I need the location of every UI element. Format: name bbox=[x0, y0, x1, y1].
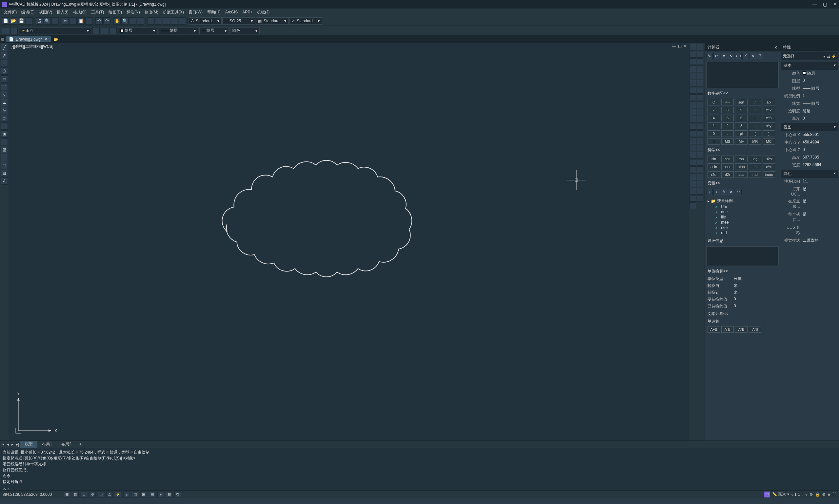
calc-key-5[interactable]: 5 bbox=[721, 114, 734, 121]
tab-model[interactable]: 模型 bbox=[20, 441, 37, 448]
dim-angular-tool[interactable] bbox=[689, 116, 696, 123]
prop-lweight[interactable]: —— 随层 bbox=[803, 101, 836, 106]
calc-key-0[interactable]: 0 bbox=[707, 130, 720, 137]
calc-key-[interactable]: / bbox=[749, 99, 761, 105]
calculator-display[interactable] bbox=[706, 62, 779, 88]
calc-key-[interactable]: ( bbox=[749, 130, 761, 137]
calc-textop[interactable]: A*B bbox=[735, 326, 748, 333]
ucs-prev-tool[interactable] bbox=[689, 202, 696, 209]
otrack-toggle[interactable]: ∠ bbox=[106, 491, 113, 498]
doc-tab[interactable]: 📄 Drawing1.dwg* ✕ bbox=[5, 36, 51, 42]
publish-button[interactable] bbox=[51, 17, 59, 24]
cyc-toggle[interactable]: ⧉ bbox=[174, 491, 181, 498]
status-annoscale[interactable]: ⟐ 1:1 ▾ bbox=[791, 492, 803, 497]
block-tool[interactable]: ▣ bbox=[1, 130, 8, 138]
calc-key-atan[interactable]: atan bbox=[735, 163, 748, 170]
prop-thick[interactable]: 0 bbox=[803, 116, 836, 122]
trim-tool[interactable] bbox=[697, 73, 703, 79]
table-style-dropdown[interactable]: ▦ Standard▾ bbox=[256, 17, 289, 24]
tm-toggle[interactable]: ◫ bbox=[132, 491, 138, 498]
calc-textop[interactable]: A/B bbox=[749, 326, 761, 333]
copy-tool[interactable] bbox=[697, 44, 703, 50]
fillet-tool[interactable] bbox=[689, 94, 696, 101]
calc-key-d2r[interactable]: d2r bbox=[721, 171, 734, 178]
dim-arc-tool[interactable] bbox=[697, 116, 703, 123]
calculator-close[interactable]: ✕ bbox=[774, 45, 777, 50]
ucs-tool[interactable] bbox=[697, 166, 703, 173]
mirror-tool[interactable] bbox=[689, 51, 696, 58]
calc-key-1x[interactable]: 1/x bbox=[763, 99, 775, 105]
ltype-dropdown[interactable]: —— 随层▾ bbox=[159, 27, 198, 34]
props-sec-other[interactable]: 其他▾ bbox=[781, 169, 838, 178]
props-sec-view[interactable]: 视图▾ bbox=[781, 123, 838, 131]
status-annovis-icon[interactable]: ⟐ bbox=[805, 492, 807, 497]
hp-toggle[interactable]: + bbox=[157, 491, 164, 498]
point-tool[interactable]: · bbox=[1, 138, 8, 145]
stretch-tool[interactable] bbox=[689, 73, 696, 79]
tab-prev-icon[interactable]: ◂ bbox=[5, 442, 10, 447]
circle-tool[interactable]: ○ bbox=[1, 91, 8, 98]
paste-button[interactable]: 📋 bbox=[78, 17, 85, 24]
zoom-win-button[interactable] bbox=[129, 17, 136, 24]
props-button[interactable] bbox=[147, 17, 154, 24]
calc-key-[interactable]: = bbox=[707, 138, 720, 145]
prop-vstyle[interactable]: 二维线框 bbox=[803, 238, 836, 243]
props-qsel-icon[interactable]: ⚡ bbox=[832, 54, 836, 59]
var-x-icon[interactable]: x bbox=[706, 188, 713, 195]
calc-key-[interactable]: . bbox=[721, 130, 734, 137]
zoom-button[interactable]: 🔍 bbox=[121, 17, 129, 24]
var-tree[interactable]: ▸📁变量样例 k Phi x dee x ille x mee x nee x … bbox=[705, 197, 780, 237]
calc-key-M[interactable]: M+ bbox=[735, 138, 748, 145]
pan-button[interactable]: ✋ bbox=[114, 17, 121, 24]
cut-button[interactable]: ✂ bbox=[62, 17, 69, 24]
calc-key-tan[interactable]: tan bbox=[735, 156, 748, 162]
status-ws-switch[interactable]: ⚙ bbox=[809, 492, 813, 497]
table-tool[interactable]: ▦ bbox=[1, 169, 8, 177]
ws-toggle[interactable]: ⊟ bbox=[166, 491, 172, 498]
prop-width[interactable]: 1292.5664 bbox=[803, 162, 836, 168]
menu-arcgis[interactable]: ArcGIS bbox=[223, 9, 240, 15]
calc-textop[interactable]: A+B bbox=[707, 326, 720, 333]
calc-key-10^x[interactable]: 10^x bbox=[763, 156, 775, 162]
calc-key-abs[interactable]: abs bbox=[735, 171, 748, 178]
new-button[interactable]: 📄 bbox=[2, 17, 9, 24]
var-del-icon[interactable]: ✕ bbox=[728, 188, 734, 195]
offset-tool[interactable] bbox=[697, 51, 703, 58]
calc-key-MC[interactable]: MC bbox=[763, 138, 775, 145]
calc-key-asin[interactable]: asin bbox=[707, 163, 720, 170]
prop-center-z[interactable]: 0 bbox=[803, 147, 836, 153]
calc-key-[interactable]: <-- bbox=[721, 99, 734, 105]
plotstyle-dropdown[interactable]: 随色▾ bbox=[230, 27, 260, 34]
prop-ltype[interactable]: —— 随层 bbox=[803, 86, 836, 91]
dim-linear-tool[interactable] bbox=[689, 102, 696, 108]
ucs-view-tool[interactable] bbox=[689, 181, 696, 187]
var-new-icon[interactable]: x bbox=[714, 188, 720, 195]
doc-home-icon[interactable]: ⎚ bbox=[1, 37, 4, 41]
status-coords[interactable]: 894.2129, 533.5269, 0.0000 bbox=[3, 492, 62, 497]
calc-button[interactable] bbox=[171, 17, 178, 24]
prop-annoscale[interactable]: 1:1 bbox=[803, 179, 836, 184]
prop-center-x[interactable]: 555.8901 bbox=[803, 132, 836, 138]
ucs-obj-tool[interactable] bbox=[697, 174, 703, 180]
inquiry-id-tool[interactable] bbox=[689, 166, 696, 173]
calc-key-[interactable]: * bbox=[749, 107, 761, 113]
ortho-toggle[interactable]: ⊥ bbox=[81, 491, 87, 498]
ucs-world-tool[interactable] bbox=[689, 174, 696, 180]
calc-key-MS[interactable]: MS bbox=[721, 138, 734, 145]
calc-int-icon[interactable]: ✕ bbox=[750, 53, 756, 59]
tab-next-icon[interactable]: ▸ bbox=[10, 442, 15, 447]
scale-tool[interactable] bbox=[697, 66, 703, 72]
calc-key-MR[interactable]: MR bbox=[749, 138, 761, 145]
ucs-x-tool[interactable] bbox=[689, 195, 696, 202]
menu-help[interactable]: 帮助(H) bbox=[205, 9, 223, 16]
tab-layout2[interactable]: 布局2 bbox=[57, 441, 76, 448]
inquiry-area-tool[interactable] bbox=[697, 152, 703, 159]
calc-key-3[interactable]: 3 bbox=[735, 123, 748, 129]
props-sec-basic[interactable]: 基本▾ bbox=[781, 61, 838, 70]
polar-toggle[interactable]: ⊙ bbox=[89, 491, 96, 498]
calc-key-e^x[interactable]: e^x bbox=[763, 163, 775, 170]
calc-pick-icon[interactable]: ▾ bbox=[721, 53, 727, 59]
calc-unit-header[interactable]: 单位换算<< bbox=[705, 267, 780, 275]
calc-key-sqrt[interactable]: sqrt bbox=[735, 99, 748, 105]
tab-last-icon[interactable]: ▸| bbox=[15, 442, 20, 447]
